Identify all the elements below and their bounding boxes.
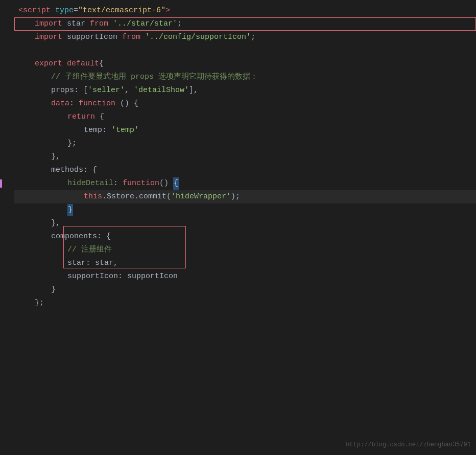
line-content-3: import supportIcon from '../config/suppo… bbox=[14, 31, 476, 44]
code-line-18: components: { bbox=[0, 230, 476, 243]
code-line-7: props: ['seller', 'detailShow'], bbox=[0, 84, 476, 97]
token: > bbox=[165, 5, 170, 17]
gutter-12 bbox=[0, 150, 14, 164]
line-content-17: }, bbox=[14, 217, 476, 230]
gutter-5 bbox=[0, 57, 14, 71]
gutter-11 bbox=[0, 137, 14, 150]
token: star: star, bbox=[67, 257, 118, 269]
token: }, bbox=[51, 217, 60, 230]
code-line-19: // 注册组件 bbox=[0, 243, 476, 257]
line-content-21: supportIcon: supportIcon bbox=[14, 270, 476, 283]
token: 'detailShow' bbox=[134, 84, 189, 97]
token: return bbox=[67, 111, 95, 123]
token: methods: { bbox=[51, 164, 97, 176]
code-line-13: methods: { bbox=[0, 164, 476, 177]
code-line-16: } bbox=[0, 203, 476, 217]
token: ; bbox=[177, 18, 182, 30]
line-content-20: star: star, bbox=[14, 257, 476, 270]
line-content-8: data: function () { bbox=[14, 97, 476, 110]
token bbox=[140, 31, 145, 43]
line-content-2: import star from '../star/star'; bbox=[14, 17, 476, 31]
line-content-19: // 注册组件 bbox=[14, 243, 476, 257]
gutter-3 bbox=[0, 31, 14, 44]
token: default bbox=[67, 58, 99, 70]
line-content-7: props: ['seller', 'detailShow'], bbox=[14, 84, 476, 97]
gutter-10 bbox=[0, 124, 14, 137]
gutter-1 bbox=[0, 4, 14, 17]
gutter-14 bbox=[0, 177, 14, 190]
token: function bbox=[123, 177, 159, 190]
token: ], bbox=[189, 84, 198, 97]
code-line-3: import supportIcon from '../config/suppo… bbox=[0, 31, 476, 44]
gutter-15 bbox=[0, 190, 14, 203]
token: ; bbox=[251, 31, 255, 43]
token: { bbox=[95, 111, 104, 123]
gutter-13 bbox=[0, 164, 14, 177]
token: star bbox=[62, 18, 90, 30]
gutter-4 bbox=[0, 44, 14, 57]
token: import bbox=[35, 18, 62, 30]
token: () bbox=[159, 177, 173, 190]
token: } bbox=[67, 204, 73, 216]
code-line-20: star: star, bbox=[0, 257, 476, 270]
code-line-5: export default{ bbox=[0, 57, 476, 71]
token: { bbox=[173, 177, 179, 190]
gutter-23 bbox=[0, 297, 14, 310]
token bbox=[108, 18, 113, 30]
token: : bbox=[113, 177, 123, 190]
token: from bbox=[90, 18, 108, 30]
token: 'seller' bbox=[88, 84, 125, 97]
token: .$store.commit( bbox=[102, 191, 171, 203]
gutter-8 bbox=[0, 97, 14, 110]
token: = bbox=[74, 5, 78, 17]
gutter-7 bbox=[0, 84, 14, 97]
token: script bbox=[23, 5, 51, 17]
gutter-19 bbox=[0, 243, 14, 257]
token: }, bbox=[51, 151, 60, 163]
token: : bbox=[69, 98, 79, 110]
token: components: { bbox=[51, 231, 111, 243]
line-content-5: export default{ bbox=[14, 57, 476, 71]
token bbox=[51, 5, 55, 17]
code-line-22: } bbox=[0, 283, 476, 297]
line-content-1: <script type="text/ecmascript-6"> bbox=[14, 4, 476, 17]
gutter-18 bbox=[0, 230, 14, 243]
code-line-8: data: function () { bbox=[0, 97, 476, 110]
line-content-10: temp: 'temp' bbox=[14, 124, 476, 137]
line-content-9: return { bbox=[14, 110, 476, 124]
code-line-6: // 子组件要显式地用 props 选项声明它期待获得的数据： bbox=[0, 71, 476, 84]
token: '../star/star' bbox=[113, 18, 177, 30]
code-line-17: }, bbox=[0, 217, 476, 230]
token: // 子组件要显式地用 props 选项声明它期待获得的数据： bbox=[51, 71, 258, 83]
line-content-12: }, bbox=[14, 150, 476, 164]
token: ); bbox=[231, 191, 240, 203]
token: { bbox=[99, 58, 104, 70]
gutter-21 bbox=[0, 270, 14, 283]
code-line-14: hideDetail: function() { bbox=[0, 177, 476, 190]
line-content-6: // 子组件要显式地用 props 选项声明它期待获得的数据： bbox=[14, 71, 476, 84]
line-content-18: components: { bbox=[14, 230, 476, 243]
token: this bbox=[84, 191, 102, 203]
line-content-14: hideDetail: function() { bbox=[14, 177, 476, 190]
token: type bbox=[55, 5, 74, 17]
token: , bbox=[125, 84, 134, 97]
code-line-10: temp: 'temp' bbox=[0, 124, 476, 137]
code-line-11: }; bbox=[0, 137, 476, 150]
code-line-4 bbox=[0, 44, 476, 57]
token: }; bbox=[67, 138, 77, 150]
gutter-marker-14 bbox=[0, 179, 2, 188]
gutter-9 bbox=[0, 110, 14, 124]
code-line-12: }, bbox=[0, 150, 476, 164]
code-line-2: import star from '../star/star'; bbox=[0, 17, 476, 31]
line-content-16: } bbox=[14, 203, 476, 217]
token: function bbox=[79, 98, 115, 110]
line-content-22: } bbox=[14, 283, 476, 297]
line-content-4 bbox=[14, 44, 476, 57]
line-content-13: methods: { bbox=[14, 164, 476, 177]
gutter-2 bbox=[0, 17, 14, 31]
token: '../config/supportIcon' bbox=[145, 31, 251, 43]
token: 'hideWrapper' bbox=[171, 191, 231, 203]
code-editor: <script type="text/ecmascript-6"> import… bbox=[0, 0, 476, 455]
token: export bbox=[35, 58, 62, 70]
token: 'temp' bbox=[111, 124, 139, 136]
